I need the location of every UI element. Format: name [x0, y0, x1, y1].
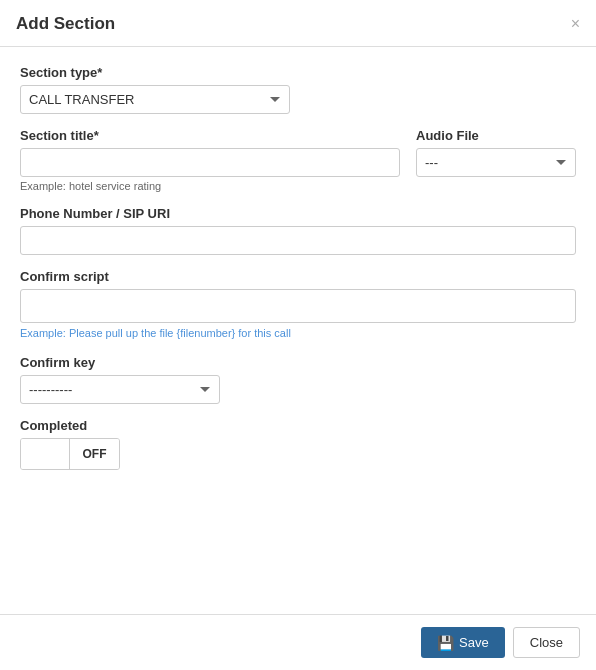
- section-type-group: Section type* CALL TRANSFER: [20, 65, 576, 114]
- modal-footer: 💾 Save Close: [0, 614, 596, 670]
- section-title-col: Section title* Example: hotel service ra…: [20, 128, 400, 192]
- audio-file-label: Audio File: [416, 128, 576, 143]
- section-title-label: Section title*: [20, 128, 400, 143]
- audio-file-col: Audio File ---: [416, 128, 576, 192]
- confirm-key-select[interactable]: ----------: [20, 375, 220, 404]
- confirm-script-label: Confirm script: [20, 269, 576, 284]
- save-icon: 💾: [437, 635, 454, 651]
- confirm-key-group: Confirm key ----------: [20, 355, 576, 404]
- section-title-hint: Example: hotel service rating: [20, 180, 400, 192]
- save-button[interactable]: 💾 Save: [421, 627, 505, 658]
- modal-title: Add Section: [16, 14, 115, 34]
- confirm-key-label: Confirm key: [20, 355, 576, 370]
- toggle-off-side[interactable]: OFF: [70, 439, 119, 469]
- confirm-script-hint: Example: Please pull up the file {filenu…: [20, 327, 291, 339]
- section-type-select-wrapper: CALL TRANSFER: [20, 85, 290, 114]
- completed-toggle[interactable]: OFF: [20, 438, 120, 470]
- confirm-script-input[interactable]: [20, 289, 576, 323]
- completed-label: Completed: [20, 418, 576, 433]
- completed-group: Completed OFF: [20, 418, 576, 470]
- confirm-key-select-wrapper: ----------: [20, 375, 220, 404]
- title-audio-row: Section title* Example: hotel service ra…: [20, 128, 576, 192]
- modal-body: Section type* CALL TRANSFER Section titl…: [0, 47, 596, 614]
- confirm-script-group: Confirm script Example: Please pull up t…: [20, 269, 576, 341]
- close-icon[interactable]: ×: [571, 16, 580, 32]
- modal-header: Add Section ×: [0, 0, 596, 47]
- phone-label: Phone Number / SIP URI: [20, 206, 576, 221]
- section-type-label: Section type*: [20, 65, 576, 80]
- phone-input[interactable]: [20, 226, 576, 255]
- add-section-modal: Add Section × Section type* CALL TRANSFE…: [0, 0, 596, 670]
- audio-file-select-wrapper: ---: [416, 148, 576, 177]
- save-label: Save: [459, 635, 489, 650]
- toggle-on-side[interactable]: [21, 439, 70, 469]
- section-title-input[interactable]: [20, 148, 400, 177]
- section-type-select[interactable]: CALL TRANSFER: [20, 85, 290, 114]
- phone-group: Phone Number / SIP URI: [20, 206, 576, 255]
- close-button[interactable]: Close: [513, 627, 580, 658]
- audio-file-select[interactable]: ---: [416, 148, 576, 177]
